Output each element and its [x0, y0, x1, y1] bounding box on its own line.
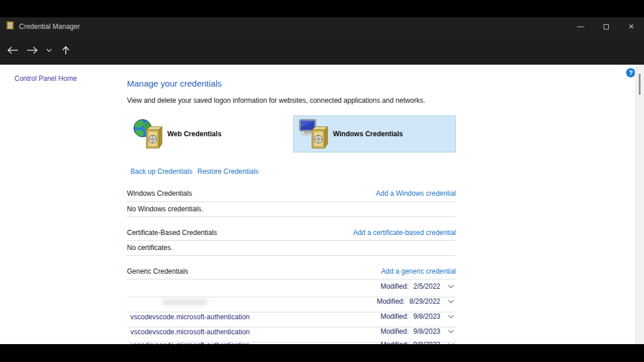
expand-chevron-icon[interactable]: [447, 299, 455, 304]
divider: [127, 201, 456, 202]
expand-chevron-icon[interactable]: [447, 314, 455, 319]
safe-icon: [144, 125, 164, 152]
backup-credentials-link[interactable]: Back up Credentials: [130, 167, 192, 176]
section-title-windows: Windows Credentials: [127, 189, 192, 197]
maximize-button[interactable]: [593, 17, 619, 36]
forward-button[interactable]: [24, 43, 40, 57]
redacted-credential-name: [163, 300, 207, 305]
content-pane: Control Panel Home ? Manage your credent…: [0, 65, 644, 344]
chevron-down-icon: [46, 48, 53, 53]
close-button[interactable]: ✕: [619, 17, 644, 36]
window-title: Credential Manager: [19, 23, 80, 31]
navigation-toolbar: Control Panel All Control Panel Items Cr…: [0, 36, 644, 65]
expand-chevron-icon[interactable]: [447, 329, 455, 334]
credential-name[interactable]: vscodevscode.microsoft-authentication: [130, 313, 250, 321]
arrow-up-icon: [61, 45, 70, 55]
safe-icon: [6, 21, 14, 32]
restore-credentials-link[interactable]: Restore Credentials: [197, 167, 259, 176]
credential-row[interactable]: vscodevscode.microsoft-authentication Mo…: [127, 312, 456, 327]
modified-label: Modified:: [377, 297, 405, 305]
modified-label: Modified:: [381, 327, 409, 335]
add-certificate-credential-link[interactable]: Add a certificate-based credential: [353, 229, 456, 237]
modified-date: 2/5/2022: [413, 282, 440, 290]
close-icon: ✕: [628, 23, 634, 31]
recent-pages-button[interactable]: [43, 43, 55, 57]
credential-row[interactable]: Modified: 8/29/2022: [127, 297, 456, 312]
globe-safe-icon: [133, 118, 165, 150]
modified-label: Modified:: [381, 312, 409, 320]
bottom-black-band: [0, 344, 644, 362]
help-icon: ?: [629, 69, 633, 76]
certificates-empty-text: No certificates.: [127, 244, 173, 252]
window-titlebar: Credential Manager — ✕: [0, 17, 644, 36]
safe-icon: [309, 125, 330, 152]
vault-web-credentials[interactable]: Web Credentials: [128, 115, 291, 152]
minimize-button[interactable]: —: [568, 17, 593, 36]
modified-date: 8/29/2022: [410, 297, 440, 305]
section-title-certificate: Certificate-Based Credentials: [127, 229, 217, 237]
vault-windows-credentials[interactable]: Windows Credentials: [293, 115, 456, 152]
modified-date: 9/8/2023: [413, 327, 440, 335]
top-black-band: [0, 0, 644, 17]
credential-name[interactable]: vscodevscode.microsoft-authentication: [130, 328, 250, 336]
page-title: Manage your credentials: [127, 79, 222, 88]
up-button[interactable]: [58, 43, 74, 57]
maximize-icon: [604, 24, 609, 29]
add-windows-credential-link[interactable]: Add a Windows credential: [376, 189, 456, 197]
scrollbar-thumb[interactable]: [639, 74, 641, 95]
sidebar-item-control-panel-home[interactable]: Control Panel Home: [14, 74, 77, 83]
minimize-icon: —: [577, 23, 584, 31]
expand-chevron-icon[interactable]: [447, 284, 455, 289]
divider: [127, 240, 456, 241]
credential-row[interactable]: Modified: 2/5/2022: [127, 282, 456, 297]
back-button[interactable]: [5, 43, 21, 57]
arrow-left-icon: [6, 46, 20, 55]
vault-label: Web Credentials: [167, 130, 222, 138]
modified-label: Modified:: [381, 282, 409, 290]
page-description: View and delete your saved logon informa…: [127, 96, 425, 105]
scrollbar[interactable]: [635, 65, 644, 344]
windows-credentials-empty-text: No Windows credentials.: [127, 205, 203, 213]
divider: [127, 255, 456, 256]
modified-date: 9/8/2023: [413, 312, 440, 320]
vault-label: Windows Credentials: [333, 130, 403, 138]
arrow-right-icon: [25, 46, 39, 55]
divider: [127, 217, 456, 217]
computer-safe-icon: [298, 118, 331, 150]
screen: Credential Manager — ✕: [0, 0, 644, 362]
section-title-generic: Generic Credentials: [127, 267, 188, 275]
divider: [127, 279, 456, 279]
help-button[interactable]: ?: [626, 68, 635, 77]
add-generic-credential-link[interactable]: Add a generic credential: [381, 267, 456, 275]
main-column: Manage your credentials View and delete …: [127, 65, 456, 344]
